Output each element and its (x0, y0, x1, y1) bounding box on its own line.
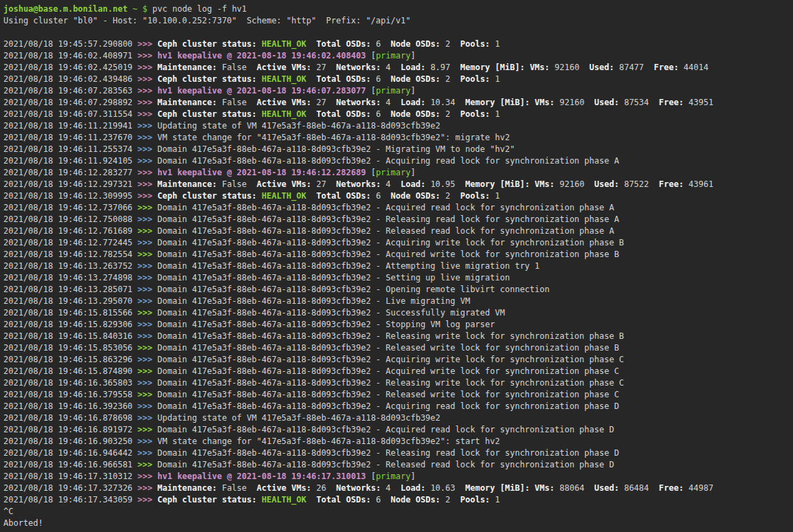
log-message: Domain 417e5a3f-88eb-467a-a118-8d093cfb3… (157, 460, 614, 469)
log-label: Networks: (336, 98, 381, 107)
blank-line (3, 27, 793, 38)
log-marker: >>> (137, 343, 157, 353)
timestamp: 2021/08/18 19:46:16.946442 (3, 448, 137, 458)
log-text: 27 (311, 179, 336, 189)
log-label: Memory [MiB]: (465, 179, 530, 189)
log-text: False (217, 63, 257, 72)
log-line: 2021/08/18 19:46:11.255374 >>> Domain 41… (3, 144, 793, 155)
log-marker: >>> (137, 425, 157, 434)
log-line: 2021/08/18 19:46:13.295070 >>> Domain 41… (3, 296, 793, 307)
log-label: Total OSDs: (316, 191, 370, 201)
timestamp: 2021/08/18 19:46:17.310312 (3, 472, 137, 481)
log-label: Pools: (460, 191, 490, 201)
log-text: [ (366, 472, 375, 481)
log-text: 10.34 (425, 98, 465, 107)
log-marker: >>> (137, 98, 157, 107)
log-line: 2021/08/18 19:46:12.761689 >>> Domain 41… (3, 225, 793, 237)
log-label: Used: (594, 483, 619, 493)
cluster-info-text: Using cluster "bl0" - Host: "10.100.0.25… (3, 16, 410, 25)
primary-role-text: primary (376, 472, 411, 481)
timestamp: 2021/08/18 19:46:16.891972 (3, 425, 137, 434)
log-message: VM state change for "417e5a3f-88eb-467a-… (157, 436, 500, 446)
log-line: 2021/08/18 19:46:16.379558 >>> Domain 41… (3, 389, 793, 401)
timestamp: 2021/08/18 19:46:12.297321 (3, 179, 137, 189)
log-label: Node OSDs: (391, 191, 440, 201)
log-label: Load: (401, 98, 425, 107)
log-label: Active VMs: (256, 98, 311, 107)
log-marker: >>> (137, 133, 157, 142)
log-label: Total OSDs: (316, 109, 370, 119)
log-text: 27 (311, 63, 336, 72)
log-label: Maintenance: (157, 483, 217, 493)
log-label: Memory [MiB]: (465, 98, 530, 107)
log-text: [ (366, 86, 375, 96)
log-message: Domain 417e5a3f-88eb-467a-a118-8d093cfb3… (157, 355, 624, 364)
log-label: VMs: (530, 63, 550, 72)
log-label: Networks: (336, 63, 381, 72)
log-text: ] (410, 168, 415, 177)
log-text: 4 (381, 98, 401, 107)
timestamp: 2021/08/18 19:46:12.283277 (3, 168, 137, 177)
log-marker: >>> (137, 51, 157, 60)
timestamp: 2021/08/18 19:46:12.309995 (3, 191, 137, 201)
log-marker: >>> (137, 144, 157, 154)
log-text (306, 74, 316, 84)
log-line: 2021/08/18 19:46:17.327326 >>> Maintenan… (3, 483, 793, 494)
log-text: 1 (490, 191, 500, 201)
log-text: 2 (440, 109, 460, 119)
log-line: 2021/08/18 19:46:13.274898 >>> Domain 41… (3, 272, 793, 284)
log-marker: >>> (137, 472, 157, 481)
log-message: VM state change for "417e5a3f-88eb-467a-… (157, 133, 510, 142)
log-text: ] (410, 86, 415, 96)
log-text (256, 191, 261, 201)
timestamp: 2021/08/18 19:46:02.439486 (3, 74, 137, 84)
log-text: ] (410, 51, 415, 60)
log-marker: >>> (137, 436, 157, 446)
log-text: 43951 (684, 98, 713, 107)
cluster-info-line: Using cluster "bl0" - Host: "10.100.0.25… (3, 15, 793, 27)
log-label: Maintenance: (157, 179, 217, 189)
log-text: 88064 (555, 483, 594, 493)
log-line: 2021/08/18 19:46:16.946442 >>> Domain 41… (3, 447, 793, 459)
log-line: 2021/08/18 19:46:12.772445 >>> Domain 41… (3, 237, 793, 249)
log-line: 2021/08/18 19:46:13.263752 >>> Domain 41… (3, 261, 793, 272)
log-marker: >>> (137, 401, 157, 411)
log-text: 6 (371, 109, 391, 119)
log-label: VMs: (535, 98, 555, 107)
log-message: Domain 417e5a3f-88eb-467a-a118-8d093cfb3… (157, 238, 624, 247)
log-text: 1 (490, 109, 500, 119)
log-text: 1 (490, 74, 500, 84)
log-label: Active VMs: (256, 483, 311, 493)
log-message: Domain 417e5a3f-88eb-467a-a118-8d093cfb3… (157, 250, 619, 259)
log-line: 2021/08/18 19:46:17.310312 >>> hv1 keepa… (3, 471, 793, 483)
interrupt-text: ^C (3, 507, 13, 516)
primary-role-text: primary (376, 168, 411, 177)
log-label: Node OSDs: (391, 109, 440, 119)
log-marker: >>> (137, 156, 157, 166)
log-text: 1 (490, 39, 500, 49)
timestamp: 2021/08/18 19:46:11.924105 (3, 156, 137, 166)
log-text: [ (366, 51, 375, 60)
health-status: HEALTH_OK (262, 74, 306, 84)
log-marker: >>> (137, 378, 157, 388)
log-message: Domain 417e5a3f-88eb-467a-a118-8d093cfb3… (157, 144, 515, 154)
log-marker: >>> (137, 390, 157, 399)
log-label: Free: (659, 179, 684, 189)
log-message: Domain 417e5a3f-88eb-467a-a118-8d093cfb3… (157, 425, 614, 434)
log-message: Domain 417e5a3f-88eb-467a-a118-8d093cfb3… (157, 273, 510, 282)
log-marker: >>> (137, 238, 157, 247)
timestamp: 2021/08/18 19:46:17.343059 (3, 495, 137, 505)
timestamp: 2021/08/18 19:46:12.761689 (3, 226, 137, 236)
log-marker: >>> (137, 191, 157, 201)
log-message: Domain 417e5a3f-88eb-467a-a118-8d093cfb3… (157, 285, 550, 294)
log-line: 2021/08/18 19:46:15.863296 >>> Domain 41… (3, 354, 793, 366)
timestamp: 2021/08/18 19:46:12.782554 (3, 250, 137, 259)
log-line: 2021/08/18 19:46:13.285071 >>> Domain 41… (3, 284, 793, 296)
log-label: Pools: (460, 39, 490, 49)
log-label: Total OSDs: (316, 74, 370, 84)
log-line: 2021/08/18 19:46:02.439486 >>> Ceph clus… (3, 74, 793, 85)
terminal-screen[interactable]: joshua@base.m.bonilan.net ~ $ pvc node l… (0, 0, 793, 532)
log-message: Domain 417e5a3f-88eb-467a-a118-8d093cfb3… (157, 331, 624, 341)
log-marker: >>> (137, 273, 157, 282)
timestamp: 2021/08/18 19:46:15.853056 (3, 343, 137, 353)
